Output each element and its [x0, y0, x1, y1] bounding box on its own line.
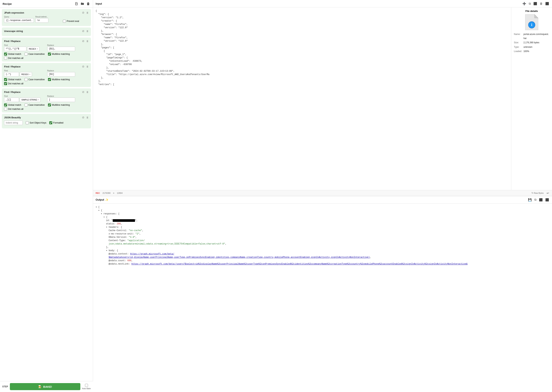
jpath-query-group: Query	[4, 16, 34, 23]
json-beautify-pause-icon[interactable]: ⏸	[86, 116, 89, 119]
global-match-3-checkbox[interactable]: Global match	[4, 104, 21, 106]
sort-object-keys-input[interactable]	[26, 121, 29, 124]
unescape-disable-icon[interactable]: ⊘	[82, 29, 85, 33]
file-name-row: Name: portal.azure.com/request.har	[514, 32, 549, 40]
dot-matches-1-input[interactable]	[4, 57, 7, 60]
unescape-title: Unescape string	[4, 30, 23, 33]
multiline-1-input[interactable]	[48, 53, 51, 56]
find-2-type-select[interactable]: REGEX ▾	[20, 72, 32, 77]
output-save-button[interactable]: 💾	[528, 198, 532, 202]
find-replace-2-pause-icon[interactable]: ⏸	[86, 65, 89, 68]
input-delete-button[interactable]: 🗑	[539, 2, 543, 6]
dot-matches-2-input[interactable]	[4, 82, 7, 85]
jpath-prevent-eval-input[interactable]	[63, 20, 66, 23]
output-pop-button[interactable]: ⬛	[539, 198, 543, 202]
multiline-3-input[interactable]	[48, 104, 51, 106]
global-match-3-label: Global match	[8, 104, 21, 106]
input-window-button[interactable]: ⧉	[528, 2, 531, 6]
jpath-prevent-group: Prevent eval	[63, 16, 89, 23]
indent-string-input[interactable]	[4, 121, 23, 125]
unescape-pause-icon[interactable]: ⏸	[86, 29, 89, 33]
case-insensitive-3-input[interactable]	[25, 104, 28, 106]
global-match-1-label: Global match	[8, 53, 21, 55]
dot-matches-1-checkbox[interactable]: Dot matches all	[4, 57, 89, 60]
file-loaded-value: 100%	[523, 49, 549, 54]
input-add-button[interactable]: ➕	[522, 1, 527, 6]
find-replace-2-disable-icon[interactable]: ⊘	[82, 65, 85, 68]
file-loaded-label: Loaded:	[514, 49, 523, 54]
jpath-section: JPath expression ⊘ ⏸ Query Result delimi…	[2, 9, 91, 26]
find-1-type-chevron: ▾	[37, 48, 38, 50]
global-match-3-input[interactable]	[4, 104, 7, 106]
jpath-pause-icon[interactable]: ⏸	[86, 11, 89, 14]
dot-matches-3-checkbox[interactable]: Dot matches all	[4, 108, 89, 111]
output-code-area[interactable]: ▾ [ ▾ { ▾ responses: [ ▾ { id: "", statu…	[93, 204, 552, 392]
replace-1-input[interactable]	[47, 47, 75, 51]
output-pane-header: Output ✨ 💾 ⧉ ⬛ ⬛	[93, 196, 552, 204]
global-match-2-input[interactable]	[4, 78, 7, 81]
delete-recipe-button[interactable]	[86, 2, 90, 6]
find-replace-3-pause-icon[interactable]: ⏸	[86, 91, 89, 94]
dot-matches-3-input[interactable]	[4, 108, 7, 111]
multiline-1-checkbox[interactable]: Multiline matching	[48, 53, 70, 56]
output-more-button[interactable]: ⬛	[545, 198, 549, 202]
auto-bake-checkbox[interactable]	[85, 384, 88, 387]
jpath-prevent-eval-checkbox[interactable]: Prevent eval	[63, 20, 89, 23]
replace-3-input[interactable]	[47, 98, 75, 102]
output-pane-icons: 💾 ⧉ ⬛ ⬛	[528, 198, 549, 202]
formatted-input[interactable]	[49, 121, 52, 124]
find-replace-3-disable-icon[interactable]: ⊘	[82, 90, 85, 94]
input-more-button[interactable]: ⬛	[545, 1, 549, 6]
status-chars: 2176390	[102, 192, 110, 194]
status-lines: 12804	[117, 192, 122, 194]
global-match-1-checkbox[interactable]: Global match	[4, 53, 21, 56]
formatted-checkbox[interactable]: Formatted	[49, 121, 64, 125]
jpath-query-input[interactable]	[4, 18, 34, 23]
step-label: STEP	[2, 385, 8, 388]
status-rec-icon: REC	[96, 192, 100, 194]
multiline-2-checkbox[interactable]: Multiline matching	[48, 78, 70, 81]
find-3-input[interactable]	[4, 98, 19, 102]
jpath-disable-icon[interactable]: ⊘	[82, 11, 85, 14]
case-insensitive-3-checkbox[interactable]: Case insensitive	[25, 104, 45, 106]
case-insensitive-1-checkbox[interactable]: Case insensitive	[25, 53, 45, 56]
wand-icon: ✨	[105, 198, 108, 201]
case-insensitive-1-input[interactable]	[25, 53, 28, 56]
output-copy-button[interactable]: ⧉	[534, 198, 537, 202]
find-1-input[interactable]	[4, 47, 26, 51]
find-replace-1-input-row: Find REGEX ▾ Replace	[4, 44, 89, 51]
multiline-2-input[interactable]	[48, 78, 51, 81]
find-replace-3-header: Find / Replace ⊘ ⏸	[4, 90, 89, 94]
bake-button[interactable]: 👨‍🍳 BAKE!	[10, 383, 80, 390]
global-match-2-checkbox[interactable]: Global match	[4, 78, 21, 81]
case-insensitive-2-input[interactable]	[25, 78, 28, 81]
find-replace-1-disable-icon[interactable]: ⊘	[82, 39, 85, 43]
find-replace-1-title: Find / Replace	[4, 40, 21, 42]
jpath-query-label: Query	[4, 16, 34, 18]
auto-bake-item[interactable]: Auto Bake	[82, 384, 91, 390]
dot-matches-2-label: Dot matches all	[8, 82, 23, 85]
svg-text:i: i	[531, 22, 532, 27]
multiline-3-checkbox[interactable]: Multiline matching	[48, 104, 70, 106]
file-icon: i	[525, 14, 538, 30]
global-match-1-input[interactable]	[4, 53, 7, 56]
find-replace-1-pause-icon[interactable]: ⏸	[86, 40, 89, 43]
jpath-delimit-input[interactable]	[35, 18, 48, 23]
dot-matches-2-checkbox[interactable]: Dot matches all	[4, 82, 89, 85]
find-3-type-select[interactable]: SIMPLE STRING ▾	[20, 98, 41, 102]
case-insensitive-2-checkbox[interactable]: Case insensitive	[25, 78, 45, 81]
file-details-title: File details	[514, 10, 550, 13]
jpath-section-icons: ⊘ ⏸	[82, 11, 89, 14]
find-2-input[interactable]	[4, 72, 19, 77]
find-1-label: Find	[4, 44, 46, 46]
status-arrow-button[interactable]: ↩	[546, 191, 549, 195]
find-1-type-select[interactable]: REGEX ▾	[27, 47, 39, 51]
input-code-area[interactable]: { "log": { "version": "1.2", "creator": …	[93, 7, 511, 190]
replace-2-input[interactable]	[47, 72, 75, 77]
save-recipe-button[interactable]	[74, 2, 79, 6]
input-save-button[interactable]: ⬛	[533, 1, 538, 6]
open-recipe-button[interactable]	[80, 2, 85, 6]
json-beautify-disable-icon[interactable]: ⊘	[82, 116, 85, 119]
sort-object-keys-checkbox[interactable]: Sort Object Keys	[26, 121, 46, 125]
global-match-2-label: Global match	[8, 78, 21, 81]
